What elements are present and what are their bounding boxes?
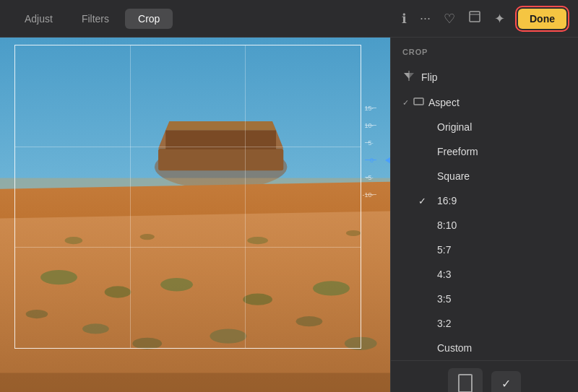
ruler-label-neg5: -5·: [366, 174, 374, 181]
top-icons: ℹ ··· ♡ ✦ Done: [402, 9, 566, 29]
crop-grid-v2: [245, 45, 246, 348]
ruler-mark-0: 0: [365, 152, 387, 169]
done-button[interactable]: Done: [518, 9, 566, 29]
crop-grid-h2: [15, 247, 361, 248]
aspect-item-3-5[interactable]: 3:5: [391, 287, 578, 311]
aspect-label-original: Original: [437, 121, 566, 133]
image-area: 15· 10· 5· 0 -5·: [0, 38, 390, 392]
ruler-area: 15· 10· 5· 0 -5·: [361, 38, 390, 392]
main-area: 15· 10· 5· 0 -5·: [0, 38, 578, 392]
aspect-label-3-2: 3:2: [437, 318, 566, 329]
tab-filters[interactable]: Filters: [69, 9, 122, 29]
ruler-mark-neg5: -5·: [365, 169, 387, 186]
ruler-label-10: 10·: [364, 122, 374, 129]
aspect-label: Aspect: [428, 97, 460, 108]
aspect-item-3-2[interactable]: 3:2: [391, 311, 578, 336]
aspect-label-8-10: 8:10: [437, 219, 566, 231]
aspect-item-square[interactable]: Square: [391, 164, 578, 188]
svg-rect-30: [414, 98, 423, 105]
svg-rect-0: [470, 12, 480, 22]
flip-label: Flip: [421, 71, 566, 83]
ruler-mark-neg10: -10·: [365, 186, 387, 204]
aspect-item-original[interactable]: Original: [391, 115, 578, 139]
aspect-item-freeform[interactable]: Freeform: [391, 139, 578, 164]
ruler-label-5: 5·: [368, 139, 374, 147]
heart-icon[interactable]: ♡: [444, 11, 455, 27]
svg-rect-22: [0, 373, 390, 392]
svg-marker-28: [409, 73, 414, 79]
tab-group: Adjust Filters Crop: [12, 9, 173, 29]
bottom-bar: ✓: [391, 360, 578, 392]
check-16-9: ✓: [418, 196, 430, 206]
tab-adjust[interactable]: Adjust: [12, 9, 66, 29]
magic-icon[interactable]: ✦: [494, 11, 505, 27]
info-icon[interactable]: ℹ: [402, 11, 407, 27]
ruler-mark-15: 15·: [365, 100, 387, 117]
crop-grid-v1: [130, 45, 131, 348]
panel-title: CROP: [391, 38, 578, 64]
aspect-label-16-9: 16:9: [437, 195, 566, 206]
aspect-label-square: Square: [437, 170, 566, 182]
ruler-mark-5: 5·: [365, 134, 387, 152]
tab-crop[interactable]: Crop: [125, 9, 173, 29]
ruler-arrow: [385, 157, 390, 164]
aspect-item-custom[interactable]: Custom: [391, 336, 578, 360]
aspect-item-16-9[interactable]: ✓ 16:9: [391, 188, 578, 213]
crop-icon[interactable]: [468, 10, 481, 27]
top-bar: Adjust Filters Crop ℹ ··· ♡ ✦ Done: [0, 0, 578, 38]
flip-row[interactable]: Flip: [391, 64, 578, 90]
ruler-mark-10: 10·: [365, 117, 387, 134]
ruler-label-0: 0: [370, 157, 374, 164]
ruler-label-15: 15·: [364, 105, 374, 112]
portrait-icon: [458, 374, 473, 392]
aspect-section-header[interactable]: ✓ Aspect: [391, 90, 578, 115]
aspect-label-5-7: 5:7: [437, 244, 566, 256]
ruler-label-neg10: -10·: [362, 191, 374, 199]
aspect-label-3-5: 3:5: [437, 293, 566, 305]
aspect-item-4-3[interactable]: 4:3: [391, 262, 578, 287]
svg-marker-27: [404, 73, 409, 79]
confirm-check-icon: ✓: [501, 377, 511, 391]
ruler-track: 15· 10· 5· 0 -5·: [365, 100, 387, 331]
chevron-icon: ✓: [402, 98, 409, 108]
crop-box: [14, 45, 361, 349]
side-panel: CROP Flip ✓ Aspect: [390, 38, 578, 392]
confirm-button[interactable]: ✓: [491, 371, 521, 393]
flip-icon: [402, 70, 415, 84]
aspect-item-5-7[interactable]: 5:7: [391, 238, 578, 262]
aspect-item-8-10[interactable]: 8:10: [391, 213, 578, 238]
more-icon[interactable]: ···: [420, 11, 431, 26]
aspect-icon: [413, 96, 424, 109]
portrait-orient-button[interactable]: [448, 368, 483, 392]
crop-grid-h1: [15, 147, 361, 147]
aspect-label-freeform: Freeform: [437, 146, 566, 157]
aspect-label-4-3: 4:3: [437, 269, 566, 280]
aspect-label-custom: Custom: [437, 342, 566, 354]
